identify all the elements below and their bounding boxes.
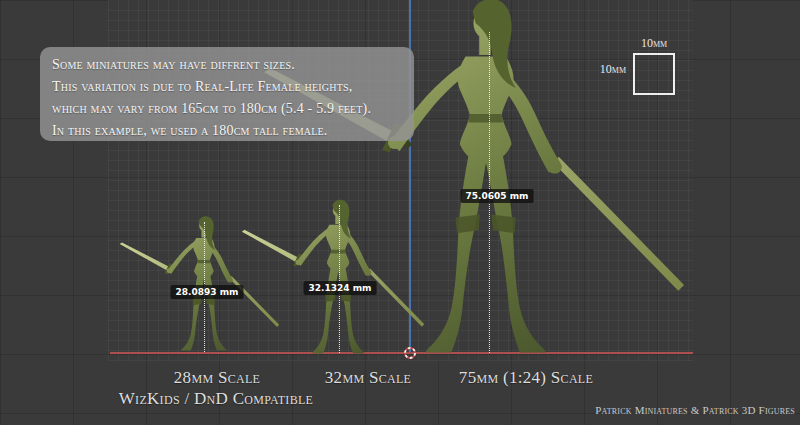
- info-line-2: This variation is due to Real-Life Femal…: [52, 76, 402, 98]
- scale-reference-square: [633, 53, 675, 95]
- scale-label-28mm: 28mm Scale: [174, 368, 260, 388]
- scale-reference-width-label: 10mm: [633, 36, 675, 50]
- compatibility-label-28mm: WizKids / DnD Compatible: [119, 389, 313, 409]
- info-line-1: Some miniatures may have diffrent sizes.: [52, 54, 402, 76]
- info-line-3: which may vary from 165cm to 180cm (5.4 …: [52, 98, 402, 120]
- scale-reference-height-label: 10mm: [590, 62, 626, 76]
- 3d-viewport[interactable]: 28.0893 mm 32.1324 mm 75.0605 mm Some mi…: [0, 0, 800, 425]
- scale-label-32mm: 32mm Scale: [325, 368, 411, 388]
- measurement-label-28mm: 28.0893 mm: [171, 285, 244, 299]
- 3d-cursor-icon[interactable]: [402, 345, 418, 361]
- watermark: Patrick Miniatures & Patrick 3D Figures: [595, 404, 795, 416]
- scale-label-75mm: 75mm (1:24) Scale: [459, 368, 593, 388]
- info-line-4: In this example, we used a 180cm tall fe…: [52, 120, 402, 142]
- measurement-label-75mm: 75.0605 mm: [461, 189, 534, 203]
- measure-line-32mm: [339, 205, 340, 353]
- info-box: Some miniatures may have diffrent sizes.…: [40, 47, 414, 141]
- measurement-label-32mm: 32.1324 mm: [304, 281, 377, 295]
